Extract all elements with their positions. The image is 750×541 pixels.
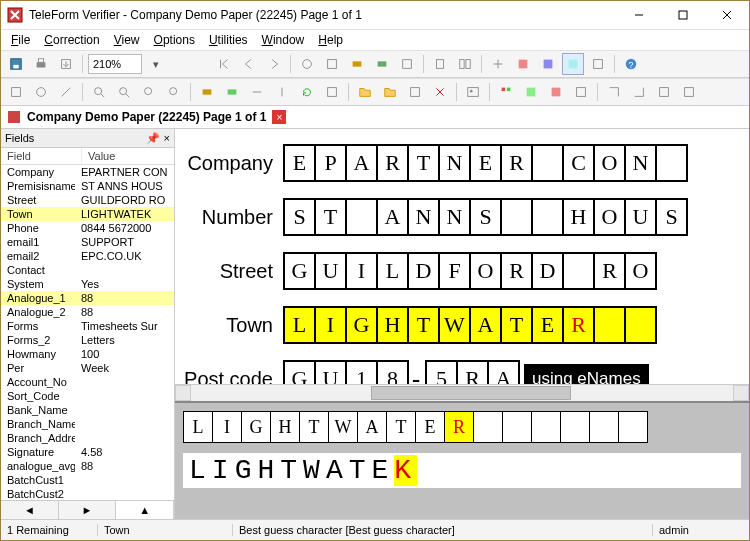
char-cell[interactable]: E — [283, 144, 316, 182]
field-row[interactable]: Bank_Name — [1, 403, 174, 417]
char-cell[interactable]: R — [593, 252, 626, 290]
char-cell[interactable]: L — [376, 252, 409, 290]
char-cell[interactable]: D — [407, 252, 440, 290]
t2-q-icon[interactable] — [678, 81, 700, 103]
folder-icon[interactable] — [354, 81, 376, 103]
preview-cell[interactable]: T — [299, 411, 329, 443]
char-cell[interactable]: L — [283, 306, 316, 344]
close-button[interactable] — [705, 1, 749, 29]
t2-e-icon[interactable] — [221, 81, 243, 103]
char-cell[interactable]: I — [314, 306, 347, 344]
t2-n-icon[interactable] — [603, 81, 625, 103]
char-cell[interactable]: A — [487, 360, 520, 384]
save-icon[interactable] — [5, 53, 27, 75]
menu-utilities[interactable]: Utilities — [203, 32, 254, 48]
char-cell[interactable]: E — [531, 306, 564, 344]
field-row[interactable]: Signature4.58 — [1, 445, 174, 459]
char-cell[interactable] — [500, 198, 533, 236]
t2-j-icon[interactable] — [495, 81, 517, 103]
col-value[interactable]: Value — [82, 148, 174, 164]
char-cell[interactable]: R — [500, 144, 533, 182]
field-row[interactable]: BatchCust2 — [1, 487, 174, 500]
delete-icon[interactable] — [429, 81, 451, 103]
tool-l-icon[interactable] — [587, 53, 609, 75]
char-cell[interactable]: R — [376, 144, 409, 182]
preview-cell[interactable]: H — [270, 411, 300, 443]
char-cell[interactable]: H — [562, 198, 595, 236]
char-cell[interactable] — [655, 144, 688, 182]
horizontal-scrollbar[interactable] — [175, 384, 749, 401]
char-cell[interactable]: D — [531, 252, 564, 290]
field-row[interactable]: Analogue_188 — [1, 291, 174, 305]
field-row[interactable]: analogue_avg88 — [1, 459, 174, 473]
zoom-dropdown-icon[interactable]: ▾ — [145, 53, 167, 75]
char-cell[interactable]: U — [314, 252, 347, 290]
char-cell[interactable]: T — [314, 198, 347, 236]
t2-m-icon[interactable] — [570, 81, 592, 103]
field-row[interactable]: Contact — [1, 263, 174, 277]
field-row[interactable]: BatchCust1 — [1, 473, 174, 487]
char-cell[interactable]: O — [624, 252, 657, 290]
menu-help[interactable]: Help — [312, 32, 349, 48]
scroll-left-button[interactable] — [175, 385, 191, 401]
char-cell[interactable]: I — [345, 252, 378, 290]
menu-view[interactable]: View — [108, 32, 146, 48]
char-cell[interactable]: P — [314, 144, 347, 182]
t2-l-icon[interactable] — [545, 81, 567, 103]
field-row[interactable]: Forms_2Letters — [1, 333, 174, 347]
preview-cell[interactable]: I — [212, 411, 242, 443]
preview-cell[interactable]: W — [328, 411, 358, 443]
t2-f-icon[interactable] — [246, 81, 268, 103]
tab-next[interactable]: ► — [59, 501, 117, 519]
char-cell[interactable]: E — [469, 144, 502, 182]
char-cell[interactable] — [593, 306, 626, 344]
t2-k-icon[interactable] — [520, 81, 542, 103]
char-cell[interactable]: N — [438, 198, 471, 236]
zoom-in-icon[interactable] — [88, 81, 110, 103]
nav-next-icon[interactable] — [263, 53, 285, 75]
help-icon[interactable]: ? — [620, 53, 642, 75]
preview-cell[interactable]: E — [415, 411, 445, 443]
tab-prev[interactable]: ◄ — [1, 501, 59, 519]
preview-cell[interactable] — [531, 411, 561, 443]
char-cell[interactable]: R — [456, 360, 489, 384]
field-row[interactable]: TownLIGHTWATEK — [1, 207, 174, 221]
char-cell[interactable]: G — [283, 360, 316, 384]
char-cell[interactable]: R — [562, 306, 595, 344]
t2-o-icon[interactable] — [628, 81, 650, 103]
char-cell[interactable]: T — [407, 144, 440, 182]
minimize-button[interactable] — [617, 1, 661, 29]
t2-d-icon[interactable] — [196, 81, 218, 103]
preview-cell[interactable] — [502, 411, 532, 443]
char-cell[interactable]: S — [469, 198, 502, 236]
char-cell[interactable]: 1 — [345, 360, 378, 384]
char-cell[interactable]: 8 — [376, 360, 409, 384]
preview-cell[interactable]: A — [357, 411, 387, 443]
char-cell[interactable]: 5 — [425, 360, 458, 384]
tool-d-icon[interactable] — [371, 53, 393, 75]
menu-window[interactable]: Window — [256, 32, 311, 48]
doc-close-button[interactable]: × — [272, 110, 286, 124]
tool-k-icon[interactable] — [562, 53, 584, 75]
field-row[interactable]: Account_No — [1, 375, 174, 389]
tool-b-icon[interactable] — [321, 53, 343, 75]
preview-cell[interactable]: L — [183, 411, 213, 443]
scroll-thumb[interactable] — [371, 386, 571, 400]
char-cell[interactable]: T — [407, 306, 440, 344]
scroll-right-button[interactable] — [733, 385, 749, 401]
char-cell[interactable]: A — [469, 306, 502, 344]
char-cell[interactable]: S — [655, 198, 688, 236]
menu-correction[interactable]: Correction — [38, 32, 105, 48]
preview-cell[interactable] — [560, 411, 590, 443]
char-cell[interactable]: G — [283, 252, 316, 290]
refresh-icon[interactable] — [296, 81, 318, 103]
preview-cell[interactable] — [589, 411, 619, 443]
char-cell[interactable]: F — [438, 252, 471, 290]
panel-close-icon[interactable]: × — [164, 132, 170, 144]
char-cell[interactable]: N — [624, 144, 657, 182]
nav-first-icon[interactable] — [213, 53, 235, 75]
preview-cell[interactable]: R — [444, 411, 474, 443]
char-cell[interactable]: A — [376, 198, 409, 236]
char-cell[interactable]: R — [500, 252, 533, 290]
maximize-button[interactable] — [661, 1, 705, 29]
